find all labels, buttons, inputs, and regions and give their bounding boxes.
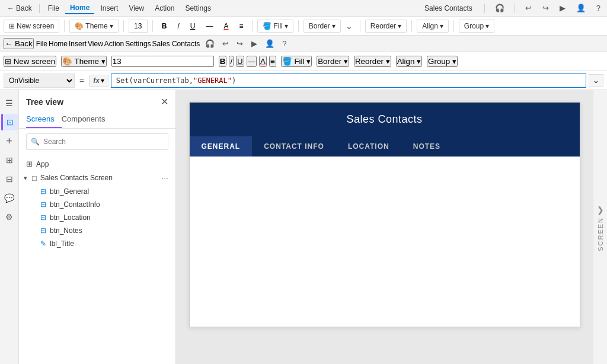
align-button-r1[interactable]: Align ▾ — [417, 20, 449, 33]
comment-button[interactable]: 💬 — [1, 190, 18, 206]
main-area: ☰ ⊡ + ⊞ ⊟ 💬 ⚙ Tree view ✕ Screens Compon… — [0, 90, 607, 364]
media-button[interactable]: ⊟ — [1, 171, 18, 187]
right-panel-collapse-icon[interactable]: ❯ — [595, 203, 606, 217]
reorder-label-1: Reorder — [370, 22, 396, 30]
redo-icon[interactable]: ↪ — [539, 2, 552, 14]
tree-item-btn-notes[interactable]: ⊟ btn_Notes — [19, 224, 175, 237]
new-screen-button-1[interactable]: ⊞ New screen — [4, 20, 59, 33]
theme-button-2[interactable]: 🎨 Theme ▾ — [61, 56, 107, 67]
align-button-r2[interactable]: Align ▾ — [396, 56, 422, 67]
preview-tab-location[interactable]: LOCATION — [336, 136, 401, 157]
tab-screens[interactable]: Screens — [26, 111, 62, 128]
settings-button-left[interactable]: ⚙ — [1, 209, 18, 225]
help-icon-2[interactable]: ? — [279, 38, 289, 49]
fill-button-2[interactable]: 🪣 Fill ▾ — [281, 56, 312, 67]
italic-button-2[interactable]: / — [229, 56, 234, 67]
menu-action-1[interactable]: Action — [150, 3, 179, 14]
menu-action-2[interactable]: Action — [104, 40, 124, 48]
tab-components[interactable]: Components — [62, 111, 113, 128]
border-button-2[interactable]: Border ▾ — [317, 56, 349, 67]
btn-location-icon: ⊟ — [40, 213, 46, 222]
formula-text-value: "GENERAL" — [193, 76, 232, 85]
group-button-1[interactable]: Group ▾ — [459, 20, 494, 33]
bold-button-1[interactable]: B — [158, 20, 171, 32]
align-button-1[interactable]: ≡ — [235, 20, 247, 32]
ribbon-sep-6 — [360, 20, 360, 32]
sidebar-header: Tree view ✕ — [19, 90, 175, 111]
tree-item-btn-general[interactable]: ⊟ btn_General — [19, 185, 175, 198]
add-control-button[interactable]: + — [1, 133, 18, 149]
tree-item-btn-notes-label: btn_Notes — [50, 226, 168, 235]
tree-item-lbl-title[interactable]: ✎ lbl_Title — [19, 237, 175, 250]
canvas-area: Sales Contacts GENERAL CONTACT INFO LOCA… — [176, 90, 593, 364]
border-button-1[interactable]: Border ▾ — [304, 20, 341, 33]
search-input[interactable] — [26, 133, 168, 150]
play-icon[interactable]: ▶ — [557, 2, 568, 14]
data-source-button[interactable]: ⊞ — [1, 152, 18, 168]
italic-button-1[interactable]: / — [173, 20, 183, 32]
help-icon[interactable]: ? — [593, 2, 603, 14]
back-arrow-icon-2: ← — [5, 39, 12, 48]
font-size-input-1[interactable] — [129, 20, 148, 33]
undo-icon[interactable]: ↩ — [522, 2, 535, 14]
fill-icon-2: 🪣 — [282, 57, 292, 66]
group-button-2[interactable]: Group ▾ — [427, 56, 458, 67]
preview-tab-notes[interactable]: NOTES — [401, 136, 452, 157]
font-size-input-2[interactable] — [111, 56, 214, 67]
menu-file-2[interactable]: File — [36, 40, 47, 48]
new-screen-button-2[interactable]: ⊞ New screen — [4, 56, 56, 67]
menu-settings-1[interactable]: Settings — [181, 3, 216, 14]
menu-insert-1[interactable]: Insert — [95, 3, 123, 14]
tree-item-screen[interactable]: ▾ □ Sales Contacts Screen ··· — [19, 171, 175, 185]
reorder-button-2[interactable]: Reorder ▾ — [354, 56, 391, 67]
tree-item-app[interactable]: ⊞ App — [19, 157, 175, 171]
back-button-2[interactable]: ← Back — [4, 38, 34, 49]
tab-general-label: GENERAL — [202, 142, 241, 151]
menu-home-1[interactable]: Home — [65, 2, 94, 14]
hamburger-menu-button[interactable]: ☰ — [1, 95, 18, 111]
preview-tab-general[interactable]: GENERAL — [190, 136, 253, 157]
font-color-button-1[interactable]: A — [219, 20, 232, 32]
user-icon-2[interactable]: 👤 — [262, 38, 277, 49]
border-dropdown-icon-2: ▾ — [344, 57, 348, 66]
bold-button-2[interactable]: B — [219, 56, 227, 67]
tree-item-btn-location[interactable]: ⊟ btn_Location — [19, 211, 175, 224]
tree-item-btn-contactinfo[interactable]: ⊟ btn_ContactInfo — [19, 198, 175, 211]
formula-input[interactable]: Set(varCurrentTab, "GENERAL") — [111, 74, 586, 88]
separator-1 — [39, 4, 40, 13]
strikethrough-button-1[interactable]: — — [202, 20, 217, 32]
menu-view-1[interactable]: View — [124, 3, 149, 14]
align-group-label-1: Align — [422, 22, 438, 30]
preview-tab-contactinfo[interactable]: CONTACT INFO — [252, 136, 336, 157]
tree-view-button[interactable]: ⊡ — [1, 114, 18, 130]
border-dropdown-icon: ▾ — [332, 22, 336, 30]
theme-dropdown-icon-1: ▾ — [110, 22, 113, 30]
fx-button[interactable]: fx ▾ — [89, 75, 108, 87]
theme-icon-1: 🎨 — [75, 22, 84, 30]
property-selector[interactable]: OnVisible — [4, 74, 75, 88]
menu-home-2[interactable]: Home — [49, 40, 68, 48]
user-icon[interactable]: 👤 — [573, 2, 589, 14]
headset-icon-2[interactable]: 🎧 — [202, 38, 218, 49]
underline-button-2[interactable]: U — [236, 56, 244, 67]
menu-settings-2[interactable]: Settings — [125, 40, 151, 48]
strikethrough-button-2[interactable]: — — [247, 56, 257, 67]
headset-icon[interactable]: 🎧 — [492, 2, 507, 14]
menu-insert-2[interactable]: Insert — [69, 40, 87, 48]
undo-icon-2[interactable]: ↩ — [219, 38, 232, 49]
fill-button-1[interactable]: 🪣 Fill ▾ — [257, 20, 293, 33]
underline-button-1[interactable]: U — [186, 20, 200, 32]
back-button-1[interactable]: ← Back — [4, 3, 36, 14]
sidebar: Tree view ✕ Screens Components 🔍 ⊞ App ▾… — [19, 90, 176, 364]
align-button-2[interactable]: ≡ — [269, 56, 276, 67]
menu-view-2[interactable]: View — [88, 40, 103, 48]
reorder-button-1[interactable]: Reorder ▾ — [365, 20, 407, 33]
font-color-button-2[interactable]: A — [259, 56, 267, 67]
redo-icon-2[interactable]: ↪ — [234, 38, 246, 49]
play-icon-2[interactable]: ▶ — [248, 38, 260, 49]
theme-button-1[interactable]: 🎨 Theme ▾ — [69, 20, 118, 33]
menu-file-1[interactable]: File — [43, 3, 64, 14]
sidebar-close-button[interactable]: ✕ — [161, 96, 168, 107]
more-options-icon[interactable]: ··· — [161, 173, 168, 183]
formula-expand-button[interactable]: ⌄ — [589, 74, 603, 87]
